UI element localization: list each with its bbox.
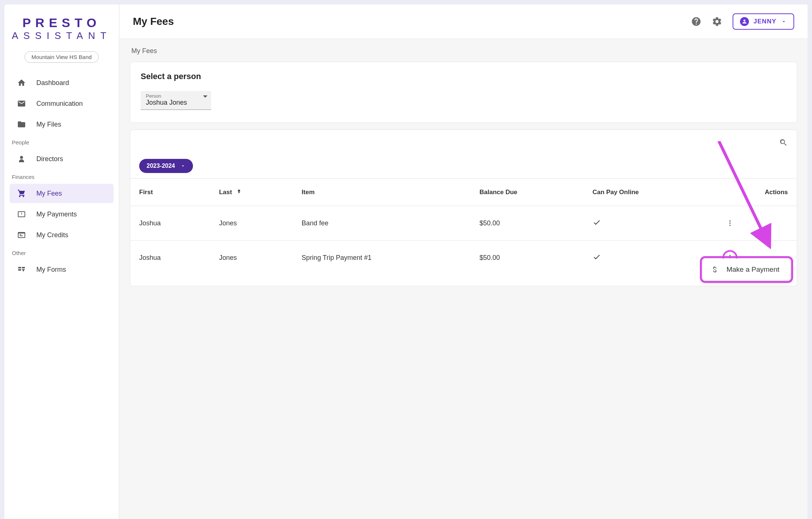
- sidebar-item-label: Dashboard: [36, 79, 69, 87]
- sidebar-item-my-forms[interactable]: My Forms: [10, 260, 114, 279]
- person-select[interactable]: Person Joshua Jones: [141, 91, 211, 110]
- mail-icon: [16, 99, 27, 108]
- col-item[interactable]: Item: [293, 179, 471, 206]
- chevron-down-icon: [781, 19, 787, 25]
- cell-item: Band fee: [293, 206, 471, 241]
- dollar-icon: [711, 265, 719, 274]
- svg-point-1: [729, 222, 730, 223]
- logo-line-1: PRESTO: [10, 16, 114, 30]
- breadcrumb: My Fees: [130, 46, 797, 55]
- make-payment-label: Make a Payment: [726, 265, 779, 274]
- dropdown-icon: [203, 95, 207, 98]
- more-vert-icon: [726, 219, 734, 227]
- org-selector[interactable]: Mountain View HS Band: [24, 51, 99, 63]
- sidebar-item-label: My Credits: [36, 231, 68, 239]
- cell-last: Jones: [210, 206, 293, 241]
- logo-line-2: ASSISTANT: [10, 30, 114, 42]
- cell-balance: $50.00: [471, 206, 584, 241]
- table-row: Joshua Jones Band fee $50.00: [130, 206, 797, 241]
- payment-icon: [16, 210, 27, 219]
- sidebar-item-label: Communication: [36, 100, 83, 108]
- help-button[interactable]: [691, 16, 701, 27]
- cell-last: Jones: [210, 241, 293, 275]
- table-row: Joshua Jones Spring Trip Payment #1 $50.…: [130, 241, 797, 275]
- folder-icon: [16, 120, 27, 129]
- home-icon: [16, 78, 27, 87]
- col-actions: Actions: [714, 179, 797, 206]
- row-actions-button[interactable]: [723, 216, 737, 231]
- table-search-button[interactable]: [779, 138, 788, 147]
- svg-point-0: [729, 221, 730, 222]
- sidebar-item-my-payments[interactable]: My Payments: [10, 205, 114, 224]
- cell-first: Joshua: [130, 206, 210, 241]
- check-icon: [593, 218, 601, 226]
- sidebar-item-my-credits[interactable]: My Credits: [10, 225, 114, 245]
- year-label: 2023-2024: [147, 163, 175, 169]
- make-payment-menu-item[interactable]: Make a Payment: [705, 262, 788, 277]
- sidebar-section-finances: Finances: [10, 170, 114, 182]
- sidebar-item-label: My Files: [36, 121, 61, 128]
- col-balance[interactable]: Balance Due: [471, 179, 584, 206]
- sidebar-section-people: People: [10, 136, 114, 148]
- page-title: My Fees: [133, 16, 174, 27]
- cart-icon: [16, 189, 27, 198]
- sidebar-item-communication[interactable]: Communication: [10, 94, 114, 113]
- form-icon: [16, 265, 27, 274]
- sidebar: PRESTO ASSISTANT Mountain View HS Band D…: [4, 4, 119, 519]
- person-select-label: Person: [146, 93, 206, 99]
- sidebar-item-label: My Forms: [36, 266, 66, 274]
- chevron-down-icon: [180, 163, 186, 169]
- settings-button[interactable]: [712, 16, 722, 27]
- col-online[interactable]: Can Pay Online: [584, 179, 714, 206]
- sidebar-item-label: My Fees: [36, 190, 62, 198]
- col-first[interactable]: First: [130, 179, 210, 206]
- year-selector[interactable]: 2023-2024: [139, 159, 193, 173]
- top-bar: My Fees JENNY: [119, 4, 808, 39]
- fees-card: 2023-2024 First Last: [130, 130, 797, 286]
- col-last[interactable]: Last: [210, 179, 293, 206]
- sidebar-item-directors[interactable]: Directors: [10, 149, 114, 169]
- help-icon: [691, 16, 701, 27]
- check-icon: [593, 253, 601, 261]
- cell-item: Spring Trip Payment #1: [293, 241, 471, 275]
- app-logo: PRESTO ASSISTANT: [10, 16, 114, 42]
- cell-online: [584, 206, 714, 241]
- cell-online: [584, 241, 714, 275]
- person-select-value: Joshua Jones: [146, 99, 206, 107]
- sidebar-section-other: Other: [10, 246, 114, 258]
- sidebar-item-my-fees[interactable]: My Fees: [10, 184, 114, 203]
- avatar-icon: [740, 17, 749, 26]
- sidebar-item-my-files[interactable]: My Files: [10, 115, 114, 134]
- user-menu[interactable]: JENNY: [733, 13, 794, 30]
- search-icon: [779, 138, 788, 147]
- sort-asc-icon: [236, 189, 242, 196]
- credit-icon: [16, 231, 27, 239]
- user-name: JENNY: [753, 18, 776, 25]
- person-icon: [16, 154, 27, 163]
- row-actions-menu: Make a Payment: [702, 258, 791, 281]
- gear-icon: [712, 16, 722, 27]
- sidebar-item-dashboard[interactable]: Dashboard: [10, 73, 114, 92]
- sidebar-item-label: My Payments: [36, 210, 77, 218]
- cell-first: Joshua: [130, 241, 210, 275]
- select-person-title: Select a person: [141, 72, 786, 81]
- cell-balance: $50.00: [471, 241, 584, 275]
- svg-point-3: [729, 255, 730, 256]
- col-last-label: Last: [219, 189, 232, 196]
- select-person-card: Select a person Person Joshua Jones: [130, 62, 797, 123]
- fees-table: First Last Item Balance Due Can Pay Onli…: [130, 178, 797, 275]
- svg-point-2: [729, 225, 730, 226]
- sidebar-item-label: Directors: [36, 155, 63, 163]
